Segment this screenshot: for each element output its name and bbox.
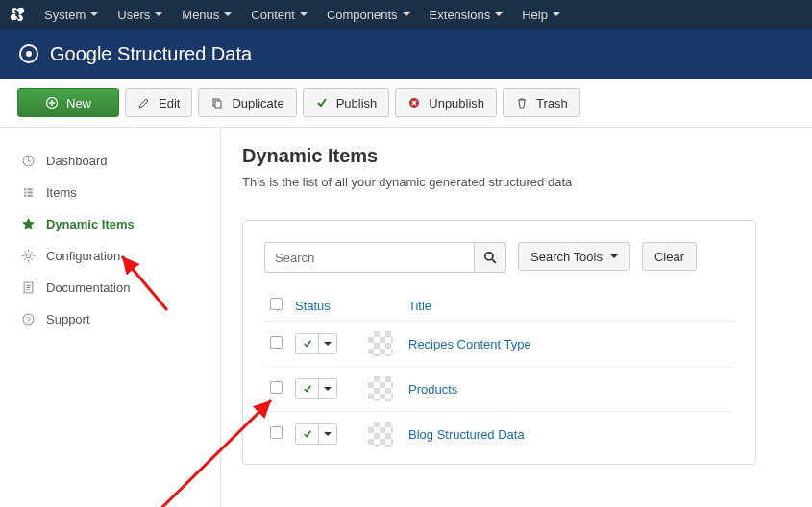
item-title-link[interactable]: Blog Structured Data	[408, 427, 525, 442]
publish-button[interactable]: Publish	[303, 88, 390, 117]
filter-bar: Search Tools Clear	[264, 242, 734, 273]
items-panel: Search Tools Clear Status Title Recipes	[242, 220, 756, 465]
sidebar-item-label: Dashboard	[46, 154, 108, 168]
sidebar-item-label: Items	[46, 185, 77, 200]
check-icon	[315, 96, 329, 109]
col-status[interactable]: Status	[289, 290, 362, 322]
main-content: Dynamic Items This is the list of all yo…	[221, 128, 812, 507]
search-tools-button[interactable]: Search Tools	[518, 242, 630, 271]
caret-icon	[319, 424, 336, 444]
item-thumbnail	[368, 331, 393, 356]
list-icon	[21, 186, 35, 200]
search-icon	[483, 251, 497, 264]
menu-content[interactable]: Content	[241, 8, 317, 22]
caret-icon	[403, 12, 410, 16]
sidebar-item-documentation[interactable]: Documentation	[17, 272, 210, 303]
doc-icon	[21, 281, 35, 295]
content-subtitle: This is the list of all your dynamic gen…	[242, 175, 791, 189]
menu-extensions[interactable]: Extensions	[420, 8, 513, 22]
item-thumbnail	[368, 422, 393, 447]
sidebar-item-label: Documentation	[46, 280, 130, 295]
sidebar-item-configuration[interactable]: Configuration	[17, 240, 210, 272]
svg-point-9	[485, 253, 493, 260]
menu-menus[interactable]: Menus	[172, 8, 241, 22]
sidebar-item-label: Configuration	[46, 249, 120, 263]
status-toggle[interactable]	[295, 333, 337, 354]
sidebar-item-dashboard[interactable]: Dashboard	[17, 145, 210, 177]
content-title: Dynamic Items	[242, 145, 791, 167]
svg-text:?: ?	[26, 315, 31, 325]
row-checkbox[interactable]	[270, 336, 283, 349]
clear-button[interactable]: Clear	[642, 242, 697, 271]
sidebar-item-dynamic-items[interactable]: Dynamic Items	[17, 208, 210, 240]
pencil-icon	[137, 96, 151, 109]
x-circle-icon	[407, 96, 421, 109]
svg-rect-2	[215, 101, 221, 108]
duplicate-button[interactable]: Duplicate	[198, 88, 296, 117]
menu-users[interactable]: Users	[108, 8, 172, 22]
gear-icon	[21, 250, 35, 263]
search-button[interactable]	[474, 242, 506, 273]
status-toggle[interactable]	[295, 423, 337, 445]
item-title-link[interactable]: Recipes Content Type	[408, 337, 531, 351]
menu-system[interactable]: System	[35, 8, 108, 22]
star-icon	[21, 218, 35, 231]
sidebar: Dashboard Items Dynamic Items Configurat…	[0, 128, 221, 507]
search-input[interactable]	[264, 242, 474, 273]
caret-icon	[300, 12, 308, 16]
check-icon	[296, 334, 319, 353]
caret-icon	[319, 379, 336, 398]
sidebar-item-items[interactable]: Items	[17, 177, 210, 208]
items-table: Status Title Recipes Content TypeProduct…	[264, 290, 734, 456]
caret-icon	[553, 12, 560, 16]
copy-icon	[210, 96, 224, 109]
svg-point-5	[26, 254, 30, 257]
edit-button[interactable]: Edit	[125, 88, 192, 117]
menu-components[interactable]: Components	[317, 8, 420, 22]
new-button[interactable]: New	[17, 88, 119, 117]
caret-icon	[495, 12, 503, 16]
plus-icon	[45, 96, 59, 109]
check-icon	[296, 424, 319, 444]
row-checkbox[interactable]	[270, 426, 283, 439]
row-checkbox[interactable]	[270, 381, 283, 394]
caret-icon	[90, 12, 98, 16]
action-toolbar: New Edit Duplicate Publish Unpublish Tra…	[0, 79, 812, 128]
item-thumbnail	[368, 376, 393, 401]
page-header: Google Structured Data	[0, 29, 812, 79]
joomla-icon	[10, 7, 25, 22]
unpublish-button[interactable]: Unpublish	[395, 88, 497, 117]
clock-icon	[21, 155, 35, 168]
caret-icon	[610, 254, 618, 258]
table-row: Recipes Content Type	[264, 322, 734, 367]
table-row: Products	[264, 367, 734, 412]
caret-icon	[224, 12, 232, 16]
col-title[interactable]: Title	[403, 290, 734, 322]
table-row: Blog Structured Data	[264, 412, 734, 457]
sidebar-item-label: Dynamic Items	[46, 217, 135, 231]
help-icon: ?	[21, 313, 35, 326]
admin-top-menu: System Users Menus Content Components Ex…	[0, 0, 812, 29]
caret-icon	[319, 334, 336, 353]
target-icon	[19, 44, 38, 63]
check-all[interactable]	[270, 298, 283, 310]
check-icon	[296, 379, 319, 398]
trash-button[interactable]: Trash	[503, 88, 580, 117]
caret-icon	[155, 12, 162, 16]
status-toggle[interactable]	[295, 378, 337, 399]
item-title-link[interactable]: Products	[408, 382, 457, 397]
menu-help[interactable]: Help	[512, 8, 570, 22]
sidebar-item-label: Support	[46, 312, 90, 326]
sidebar-item-support[interactable]: ? Support	[17, 303, 210, 335]
trash-icon	[515, 96, 529, 109]
page-title: Google Structured Data	[50, 43, 252, 65]
